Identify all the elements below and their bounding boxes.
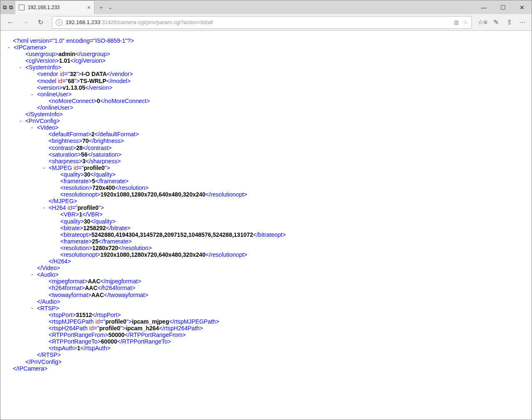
site-info-icon[interactable]: i [56,19,62,26]
new-tab-button[interactable]: ＋ [99,4,104,11]
address-bar[interactable]: i 192.168.1.233:31426/camera-cgi/pnv/par… [52,16,472,29]
back-button[interactable]: ← [4,16,17,29]
share-icon[interactable]: ⇪ [503,17,515,28]
url-text: 192.168.1.233:31426/camera-cgi/pnv/param… [66,19,451,25]
more-icon[interactable]: ⋯ [517,17,528,28]
xml-declaration: <?xml version="1.0" encoding="ISO-8859-1… [13,37,134,44]
titlebar-left-icons: ⧉ ⧉ [0,0,15,14]
browser-toolbar: ← → ↻ i 192.168.1.233:31426/camera-cgi/p… [0,14,532,31]
tab-title: 192.168.1.233 [28,5,60,10]
tab-dropdown-icon[interactable]: ⌄ [108,4,113,10]
address-bar-right: ▥ ☆ [454,19,468,25]
reading-view-icon[interactable]: ▥ [454,19,459,25]
favorites-hub-icon[interactable]: ☆≡ [477,17,488,28]
page-content: <?xml version="1.0" encoding="ISO-8859-1… [0,31,532,420]
xml-view: <?xml version="1.0" encoding="ISO-8859-1… [5,37,527,372]
minimize-button[interactable]: — [474,0,493,14]
refresh-button[interactable]: ↻ [34,16,47,29]
browser-tab[interactable]: 192.168.1.233 × [15,0,94,14]
app-icon-2: ⧉ [9,4,13,11]
maximize-button[interactable]: ☐ [493,0,512,14]
tab-actions: ＋ ⌄ [94,0,113,14]
page-icon [19,5,25,10]
favorite-icon[interactable]: ☆ [463,19,468,25]
app-icon-1: ⧉ [3,4,7,11]
forward-button[interactable]: → [19,16,32,29]
close-tab-icon[interactable]: × [87,4,91,11]
window-controls: — ☐ ✕ [474,0,532,14]
window-titlebar: ⧉ ⧉ 192.168.1.233 × ＋ ⌄ — ☐ ✕ [0,0,532,14]
notes-icon[interactable]: ✎ [490,17,502,28]
close-window-button[interactable]: ✕ [512,0,532,14]
